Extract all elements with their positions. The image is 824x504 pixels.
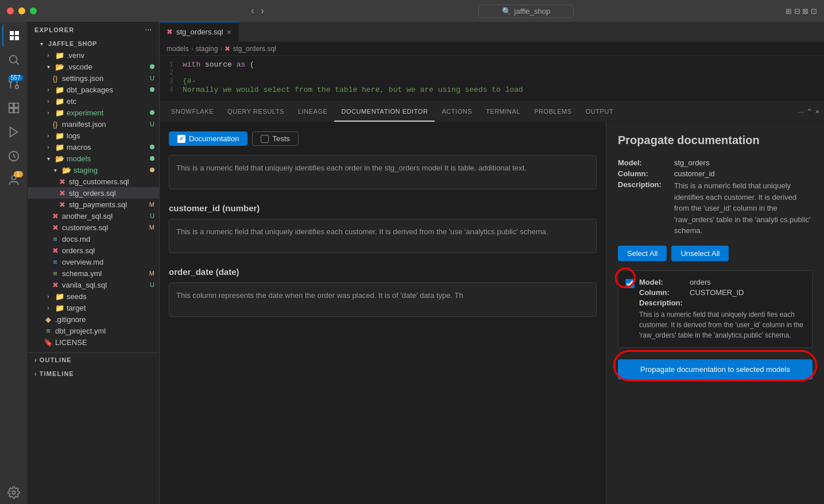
sidebar-item-dbt-project-yml[interactable]: ≡ dbt_project.yml bbox=[28, 325, 159, 336]
root-label: JAFFLE_SHOP bbox=[48, 40, 97, 47]
maximize-button[interactable] bbox=[30, 7, 37, 14]
sidebar-item-another-sql[interactable]: ✖ another_sql.sql U bbox=[28, 210, 159, 222]
activity-source-control[interactable]: 557 bbox=[2, 72, 25, 95]
folder-icon-logs: 📁 bbox=[55, 131, 64, 140]
sidebar-item-orders-sql[interactable]: ✖ orders.sql bbox=[28, 245, 159, 256]
doc-toggle-documentation[interactable]: ✓ Documentation bbox=[169, 131, 247, 146]
activity-extensions[interactable] bbox=[2, 96, 25, 119]
back-button[interactable]: ‹ bbox=[249, 5, 256, 17]
close-button[interactable] bbox=[7, 7, 14, 14]
panel-content: ✓ Documentation Tests This is a numeric … bbox=[160, 122, 824, 504]
doc-text-customer-id[interactable]: This is a numeric field that uniquely id… bbox=[169, 219, 597, 253]
tab-query-results[interactable]: QUERY RESULTS bbox=[220, 102, 291, 122]
tab-lineage[interactable]: LINEAGE bbox=[291, 102, 335, 122]
tab-snowflake[interactable]: SNOWFLAKE bbox=[164, 102, 220, 122]
target-column-label: Column: bbox=[639, 288, 685, 297]
breadcrumb-staging: staging bbox=[196, 45, 218, 53]
orders-sql-label: orders.sql bbox=[62, 246, 95, 255]
propagate-panel: › Propagate documentation Model: stg_ord… bbox=[606, 122, 824, 504]
activity-dbt[interactable] bbox=[2, 145, 25, 168]
activity-search[interactable] bbox=[2, 48, 25, 71]
doc-text-0[interactable]: This is a numeric field that uniquely id… bbox=[169, 155, 597, 189]
unselect-all-button[interactable]: Unselect All bbox=[671, 246, 729, 261]
timeline-section[interactable]: › TIMELINE bbox=[28, 367, 159, 381]
folder-icon-macros: 📁 bbox=[55, 142, 64, 152]
sidebar-item-gitignore[interactable]: ◆ .gitignore bbox=[28, 313, 159, 325]
sql-error-icon-vanila: ✖ bbox=[51, 280, 60, 289]
tree-root[interactable]: ▾ JAFFLE_SHOP bbox=[28, 38, 159, 49]
sidebar-item-overview-md[interactable]: ≡ overview.md bbox=[28, 256, 159, 267]
sidebar-item-models[interactable]: ▾ 📂 models bbox=[28, 153, 159, 164]
folder-icon-staging: 📂 bbox=[62, 165, 71, 175]
status-m-customers: M bbox=[149, 224, 154, 231]
target-column-row: Column: CUSTOMER_ID bbox=[639, 288, 805, 297]
sidebar-item-experiment[interactable]: › 📁 experiment bbox=[28, 107, 159, 118]
propagate-content: Propagate documentation Model: stg_order… bbox=[606, 122, 824, 391]
tab-problems[interactable]: PROBLEMS bbox=[527, 102, 579, 122]
select-all-button[interactable]: Select All bbox=[618, 246, 667, 261]
timeline-label: TIMELINE bbox=[40, 370, 74, 377]
editor-area: ✖ stg_orders.sql × models › staging › ✖ … bbox=[160, 22, 824, 504]
tab-close-button[interactable]: × bbox=[227, 28, 231, 37]
panel-tab-actions: ··· ⌃ × bbox=[798, 102, 819, 122]
minimize-button[interactable] bbox=[18, 7, 25, 14]
vanila-sql-label: vanila_sql.sql bbox=[62, 281, 107, 289]
sidebar-title: EXPLORER bbox=[34, 26, 74, 33]
tab-label: stg_orders.sql bbox=[176, 28, 223, 36]
sidebar-item-license[interactable]: 🔖 LICENSE bbox=[28, 336, 159, 348]
activity-explorer[interactable] bbox=[2, 24, 25, 47]
overview-md-label: overview.md bbox=[62, 258, 103, 266]
tab-terminal[interactable]: TERMINAL bbox=[479, 102, 527, 122]
titlebar: ‹ › 🔍 jaffle_shop ⊞ ⊟ ⊠ ⊡ bbox=[0, 0, 824, 22]
sidebar-item-target[interactable]: › 📁 target bbox=[28, 302, 159, 313]
json-icon-manifest: {} bbox=[51, 119, 60, 129]
logs-label: logs bbox=[67, 131, 80, 140]
license-label: LICENSE bbox=[55, 338, 87, 347]
sidebar-item-seeds[interactable]: › 📁 seeds bbox=[28, 290, 159, 302]
sidebar-item-stg-payments[interactable]: ✖ stg_payments.sql M bbox=[28, 199, 159, 210]
sidebar-item-stg-orders[interactable]: ✖ stg_orders.sql bbox=[28, 187, 159, 199]
tree-arrow-venv: › bbox=[44, 51, 53, 60]
sidebar-item-etc[interactable]: › 📁 etc bbox=[28, 95, 159, 107]
tab-stg-orders[interactable]: ✖ stg_orders.sql × bbox=[160, 22, 239, 41]
sidebar-item-schema-yml[interactable]: ≡ schema.yml M bbox=[28, 267, 159, 279]
sidebar-item-customers-sql[interactable]: ✖ customers.sql M bbox=[28, 222, 159, 233]
sidebar-menu-icon[interactable]: ··· bbox=[145, 26, 152, 33]
sidebar-item-settings-json[interactable]: {} settings.json U bbox=[28, 72, 159, 84]
doc-toggle-tests[interactable]: Tests bbox=[252, 131, 298, 146]
status-m-schema: M bbox=[149, 270, 154, 277]
propagate-action-button[interactable]: Propagate documentation to selected mode… bbox=[618, 359, 813, 379]
sidebar-item-vscode[interactable]: ▾ 📂 .vscode bbox=[28, 61, 159, 72]
activity-settings[interactable] bbox=[2, 481, 25, 504]
sidebar-item-manifest-json[interactable]: {} manifest.json U bbox=[28, 118, 159, 130]
tab-actions[interactable]: ACTIONS bbox=[435, 102, 479, 122]
sidebar-item-stg-customers[interactable]: ✖ stg_customers.sql bbox=[28, 176, 159, 187]
forward-button[interactable]: › bbox=[258, 5, 266, 17]
json-icon: {} bbox=[51, 73, 60, 83]
doc-text-order-date[interactable]: This column represents the date when the… bbox=[169, 282, 597, 317]
sidebar-item-vanila-sql[interactable]: ✖ vanila_sql.sql U bbox=[28, 279, 159, 290]
model-details-orders: Model: orders Column: CUSTOMER_ID Descri… bbox=[639, 278, 805, 340]
propagate-toggle-button[interactable]: › bbox=[606, 131, 606, 154]
expand-icon[interactable]: ⌃ bbox=[806, 107, 813, 116]
sidebar-item-staging[interactable]: ▾ 📂 staging bbox=[28, 164, 159, 176]
outline-section[interactable]: › OUTLINE bbox=[28, 353, 159, 367]
user-badge: 1 bbox=[14, 171, 23, 177]
sidebar-item-macros[interactable]: › 📁 macros bbox=[28, 141, 159, 153]
tab-doc-editor-label: DOCUMENTATION EDITOR bbox=[341, 108, 428, 115]
close-panel-icon[interactable]: × bbox=[815, 107, 819, 116]
sidebar-item-logs[interactable]: › 📁 logs bbox=[28, 130, 159, 141]
status-dot-models bbox=[150, 156, 154, 161]
tab-output[interactable]: OUTPUT bbox=[579, 102, 621, 122]
sidebar-item-dbt-packages[interactable]: › 📁 dbt_packages bbox=[28, 84, 159, 95]
sidebar: EXPLORER ··· ▾ JAFFLE_SHOP › 📁 .venv ▾ 📂… bbox=[28, 22, 160, 504]
sidebar-item-docs-md[interactable]: ≡ docs.md bbox=[28, 233, 159, 245]
tab-doc-editor[interactable]: DOCUMENTATION EDITOR bbox=[334, 102, 435, 122]
tab-bar: ✖ stg_orders.sql × bbox=[160, 22, 824, 42]
model-checkbox-orders[interactable] bbox=[625, 279, 635, 288]
stg-payments-label: stg_payments.sql bbox=[69, 200, 127, 209]
activity-run[interactable] bbox=[2, 121, 25, 144]
activity-user[interactable]: 1 bbox=[2, 169, 25, 192]
sidebar-item-venv[interactable]: › 📁 .venv bbox=[28, 49, 159, 61]
search-bar[interactable]: 🔍 jaffle_shop bbox=[478, 5, 574, 18]
